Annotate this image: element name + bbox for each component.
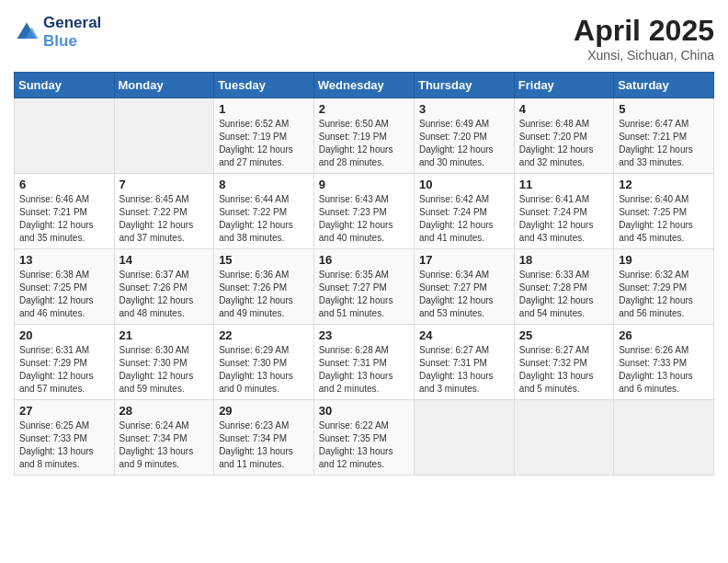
logo-text: General Blue <box>43 14 101 52</box>
day-number: 19 <box>619 253 709 267</box>
day-number: 11 <box>519 178 609 191</box>
day-number: 23 <box>319 328 409 342</box>
location: Xunsi, Sichuan, China <box>574 48 714 63</box>
day-info: Sunrise: 6:34 AM Sunset: 7:27 PM Dayligh… <box>419 269 509 320</box>
calendar-cell: 23Sunrise: 6:28 AM Sunset: 7:31 PM Dayli… <box>313 325 414 400</box>
day-info: Sunrise: 6:40 AM Sunset: 7:25 PM Dayligh… <box>619 193 709 245</box>
day-info: Sunrise: 6:31 AM Sunset: 7:29 PM Dayligh… <box>19 344 109 396</box>
day-number: 20 <box>19 328 109 342</box>
day-info: Sunrise: 6:25 AM Sunset: 7:33 PM Dayligh… <box>19 419 109 471</box>
calendar-header-row: SundayMondayTuesdayWednesdayThursdayFrid… <box>15 73 714 98</box>
day-number: 15 <box>219 253 309 267</box>
calendar-cell: 2Sunrise: 6:50 AM Sunset: 7:19 PM Daylig… <box>313 98 414 174</box>
calendar-cell: 11Sunrise: 6:41 AM Sunset: 7:24 PM Dayli… <box>514 174 613 249</box>
day-number: 26 <box>619 328 709 342</box>
day-info: Sunrise: 6:26 AM Sunset: 7:33 PM Dayligh… <box>619 344 709 396</box>
calendar-cell: 25Sunrise: 6:27 AM Sunset: 7:32 PM Dayli… <box>514 325 613 400</box>
calendar-cell <box>114 98 214 174</box>
day-header-thursday: Thursday <box>414 73 514 98</box>
day-info: Sunrise: 6:45 AM Sunset: 7:22 PM Dayligh… <box>119 193 210 245</box>
calendar-week-row: 20Sunrise: 6:31 AM Sunset: 7:29 PM Dayli… <box>15 325 714 400</box>
calendar-week-row: 13Sunrise: 6:38 AM Sunset: 7:25 PM Dayli… <box>15 249 714 325</box>
day-info: Sunrise: 6:52 AM Sunset: 7:19 PM Dayligh… <box>219 118 309 169</box>
day-header-wednesday: Wednesday <box>313 73 414 98</box>
day-header-tuesday: Tuesday <box>214 73 314 98</box>
day-number: 17 <box>419 253 509 267</box>
day-info: Sunrise: 6:49 AM Sunset: 7:20 PM Dayligh… <box>419 118 509 169</box>
calendar-cell: 29Sunrise: 6:23 AM Sunset: 7:34 PM Dayli… <box>214 400 314 476</box>
day-header-friday: Friday <box>514 73 613 98</box>
calendar-cell: 5Sunrise: 6:47 AM Sunset: 7:21 PM Daylig… <box>614 98 714 174</box>
calendar-cell: 7Sunrise: 6:45 AM Sunset: 7:22 PM Daylig… <box>114 174 214 249</box>
day-info: Sunrise: 6:27 AM Sunset: 7:31 PM Dayligh… <box>419 344 509 396</box>
day-number: 9 <box>319 178 409 191</box>
day-info: Sunrise: 6:24 AM Sunset: 7:34 PM Dayligh… <box>119 419 210 471</box>
day-info: Sunrise: 6:46 AM Sunset: 7:21 PM Dayligh… <box>19 193 109 245</box>
day-info: Sunrise: 6:43 AM Sunset: 7:23 PM Dayligh… <box>319 193 409 245</box>
calendar-cell: 21Sunrise: 6:30 AM Sunset: 7:30 PM Dayli… <box>114 325 214 400</box>
calendar-cell: 19Sunrise: 6:32 AM Sunset: 7:29 PM Dayli… <box>614 249 714 325</box>
day-info: Sunrise: 6:50 AM Sunset: 7:19 PM Dayligh… <box>319 118 409 169</box>
day-number: 14 <box>119 253 210 267</box>
day-number: 7 <box>119 178 210 191</box>
calendar-cell: 20Sunrise: 6:31 AM Sunset: 7:29 PM Dayli… <box>15 325 115 400</box>
calendar-week-row: 27Sunrise: 6:25 AM Sunset: 7:33 PM Dayli… <box>15 400 714 476</box>
calendar-cell <box>414 400 514 476</box>
day-info: Sunrise: 6:37 AM Sunset: 7:26 PM Dayligh… <box>119 269 210 320</box>
day-number: 4 <box>519 102 609 116</box>
day-number: 2 <box>319 102 409 116</box>
day-number: 25 <box>519 328 609 342</box>
calendar-cell: 24Sunrise: 6:27 AM Sunset: 7:31 PM Dayli… <box>414 325 514 400</box>
day-number: 28 <box>119 404 210 418</box>
day-info: Sunrise: 6:28 AM Sunset: 7:31 PM Dayligh… <box>319 344 409 396</box>
calendar-cell: 12Sunrise: 6:40 AM Sunset: 7:25 PM Dayli… <box>614 174 714 249</box>
day-number: 10 <box>419 178 509 191</box>
calendar-cell <box>614 400 714 476</box>
calendar-cell: 28Sunrise: 6:24 AM Sunset: 7:34 PM Dayli… <box>114 400 214 476</box>
logo-icon <box>14 19 40 45</box>
calendar-cell: 1Sunrise: 6:52 AM Sunset: 7:19 PM Daylig… <box>214 98 314 174</box>
day-number: 1 <box>219 102 309 116</box>
calendar-cell: 13Sunrise: 6:38 AM Sunset: 7:25 PM Dayli… <box>15 249 115 325</box>
day-number: 24 <box>419 328 509 342</box>
day-info: Sunrise: 6:32 AM Sunset: 7:29 PM Dayligh… <box>619 269 709 320</box>
day-number: 27 <box>19 404 109 418</box>
month-title: April 2025 <box>574 14 714 48</box>
day-number: 22 <box>219 328 309 342</box>
day-number: 5 <box>619 102 709 116</box>
day-number: 18 <box>519 253 609 267</box>
calendar-cell: 6Sunrise: 6:46 AM Sunset: 7:21 PM Daylig… <box>15 174 115 249</box>
calendar-week-row: 1Sunrise: 6:52 AM Sunset: 7:19 PM Daylig… <box>15 98 714 174</box>
logo: General Blue <box>14 14 101 52</box>
day-number: 13 <box>19 253 109 267</box>
calendar-cell: 15Sunrise: 6:36 AM Sunset: 7:26 PM Dayli… <box>214 249 314 325</box>
day-info: Sunrise: 6:41 AM Sunset: 7:24 PM Dayligh… <box>519 193 609 245</box>
calendar-cell: 16Sunrise: 6:35 AM Sunset: 7:27 PM Dayli… <box>313 249 414 325</box>
calendar-cell: 22Sunrise: 6:29 AM Sunset: 7:30 PM Dayli… <box>214 325 314 400</box>
day-header-monday: Monday <box>114 73 214 98</box>
title-block: April 2025 Xunsi, Sichuan, China <box>574 14 714 63</box>
calendar-cell: 10Sunrise: 6:42 AM Sunset: 7:24 PM Dayli… <box>414 174 514 249</box>
day-info: Sunrise: 6:27 AM Sunset: 7:32 PM Dayligh… <box>519 344 609 396</box>
day-number: 16 <box>319 253 409 267</box>
calendar-cell: 8Sunrise: 6:44 AM Sunset: 7:22 PM Daylig… <box>214 174 314 249</box>
day-number: 29 <box>219 404 309 418</box>
day-number: 30 <box>319 404 409 418</box>
day-info: Sunrise: 6:36 AM Sunset: 7:26 PM Dayligh… <box>219 269 309 320</box>
day-info: Sunrise: 6:35 AM Sunset: 7:27 PM Dayligh… <box>319 269 409 320</box>
day-number: 3 <box>419 102 509 116</box>
calendar-cell: 14Sunrise: 6:37 AM Sunset: 7:26 PM Dayli… <box>114 249 214 325</box>
day-info: Sunrise: 6:33 AM Sunset: 7:28 PM Dayligh… <box>519 269 609 320</box>
day-number: 12 <box>619 178 709 191</box>
page-header: General Blue April 2025 Xunsi, Sichuan, … <box>14 14 714 63</box>
day-info: Sunrise: 6:23 AM Sunset: 7:34 PM Dayligh… <box>219 419 309 471</box>
day-number: 8 <box>219 178 309 191</box>
day-info: Sunrise: 6:48 AM Sunset: 7:20 PM Dayligh… <box>519 118 609 169</box>
calendar-cell: 17Sunrise: 6:34 AM Sunset: 7:27 PM Dayli… <box>414 249 514 325</box>
calendar-cell <box>15 98 115 174</box>
calendar: SundayMondayTuesdayWednesdayThursdayFrid… <box>14 72 714 476</box>
day-info: Sunrise: 6:44 AM Sunset: 7:22 PM Dayligh… <box>219 193 309 245</box>
day-info: Sunrise: 6:38 AM Sunset: 7:25 PM Dayligh… <box>19 269 109 320</box>
day-info: Sunrise: 6:42 AM Sunset: 7:24 PM Dayligh… <box>419 193 509 245</box>
day-info: Sunrise: 6:30 AM Sunset: 7:30 PM Dayligh… <box>119 344 210 396</box>
